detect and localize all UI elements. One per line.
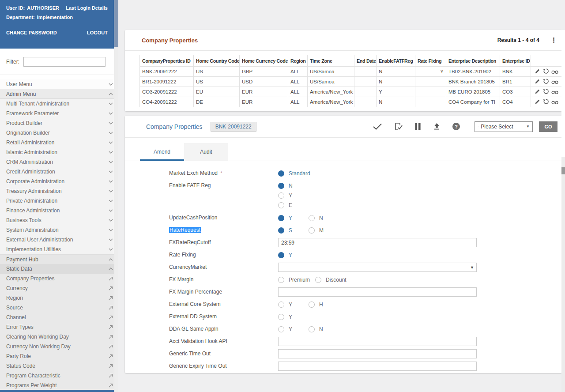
sidebar-scrollbar-thumb[interactable]	[114, 0, 118, 47]
change-password-link[interactable]: CHANGE PASSWORD	[6, 30, 57, 35]
table-cell: MB EURO 201805	[446, 87, 500, 97]
sidebar-item-treasury-administration[interactable]: Treasury Administration	[0, 186, 118, 196]
updatecashposition-option-n[interactable]: N	[309, 213, 339, 222]
filter-input[interactable]	[23, 57, 105, 67]
sidebar-item-payment-hub[interactable]: Payment Hub	[0, 254, 118, 264]
enable-fatf-reg-option-n[interactable]: N	[278, 181, 309, 190]
sidebar-item-company-properties[interactable]: Company Properties	[0, 274, 118, 283]
external-core-system-option-y[interactable]: Y	[278, 300, 309, 309]
field-label: Generic Expiry Time Out	[169, 362, 278, 369]
sidebar-item-channel[interactable]: Channel	[0, 313, 118, 322]
view-glasses-icon[interactable]	[550, 100, 559, 106]
sidebar-item-retail-administration[interactable]: Retail Administration	[0, 138, 118, 147]
radio-option-label: N	[319, 215, 328, 221]
view-glasses-icon[interactable]	[550, 90, 559, 95]
go-button[interactable]: GO	[539, 121, 557, 132]
fx-margin-option-discount[interactable]: Discount	[315, 275, 352, 284]
chevron-down-icon	[109, 151, 113, 154]
currencymarket-select[interactable]: ▼	[278, 263, 477, 272]
page-scrollbar-thumb[interactable]	[561, 167, 565, 174]
sidebar-item-crm-administration[interactable]: CRM Administration	[0, 157, 118, 167]
sidebar-item-product-builder[interactable]: Product Builder	[0, 118, 118, 128]
edit-pencil-icon[interactable]	[533, 89, 542, 95]
hold-pause-icon[interactable]	[414, 123, 421, 130]
sidebar-item-currency-non-working-day[interactable]: Currency Non Working Day	[0, 342, 118, 351]
sidebar-item-currency[interactable]: Currency	[0, 283, 118, 293]
sidebar-item-system-administration[interactable]: System Administration	[0, 225, 118, 235]
external-dd-system-option-y[interactable]: Y	[278, 312, 309, 321]
sidebar-item-credit-administration[interactable]: Credit Administration	[0, 167, 118, 177]
undo-icon[interactable]	[542, 68, 550, 75]
authorize-doc-icon[interactable]	[394, 123, 403, 131]
sidebar-item-label: Region	[6, 295, 23, 301]
sidebar-item-corporate-administration[interactable]: Corporate Administration	[0, 177, 118, 186]
sidebar-item-program-characteristic[interactable]: Program Characteristic	[0, 371, 118, 381]
column-header: EnableFATFReg	[377, 55, 415, 67]
chevron-down-icon	[109, 200, 113, 202]
sidebar-item-clearing-non-working-day[interactable]: Clearing Non Working Day	[0, 332, 118, 342]
sidebar-item-region[interactable]: Region	[0, 293, 118, 303]
rate-fixing-option-y[interactable]: Y	[278, 250, 309, 260]
raterequest-option-m[interactable]: M	[309, 226, 339, 235]
chevron-down-icon	[109, 112, 113, 115]
form-row: FX MarginPremiumDiscount	[169, 275, 562, 284]
sidebar-item-external-user-administration[interactable]: External User Administration	[0, 235, 118, 245]
sidebar-item-programs-per-weight[interactable]: Programs Per Weight	[0, 381, 118, 390]
undo-icon[interactable]	[542, 78, 550, 85]
edit-pencil-icon[interactable]	[533, 68, 542, 75]
form-row: FXRateReqCutoff	[169, 238, 562, 247]
dda-gl-same-appln-option-n[interactable]: N	[309, 324, 339, 334]
raterequest-option-s[interactable]: S	[278, 226, 309, 235]
dda-gl-same-appln-option-y[interactable]: Y	[278, 324, 309, 334]
sidebar-item-origination-builder[interactable]: Origination Builder	[0, 128, 118, 138]
enable-fatf-reg-option-e[interactable]: E	[278, 200, 309, 210]
edit-pencil-icon[interactable]	[533, 99, 542, 106]
fx-margin-percentage-input[interactable]	[278, 287, 477, 297]
action-select[interactable]: - Please Select ▼	[475, 121, 533, 132]
market-exch-method-option-standard[interactable]: Standard	[278, 169, 316, 178]
sidebar-item-status-code[interactable]: Status Code	[0, 361, 118, 371]
undo-icon[interactable]	[542, 88, 550, 95]
generic-expiry-time-out-input[interactable]	[278, 362, 477, 371]
sidebar-item-islamic-administration[interactable]: Islamic Administration	[0, 147, 118, 157]
view-glasses-icon[interactable]	[550, 79, 559, 85]
sidebar-item-user-menu[interactable]: User Menu	[0, 79, 118, 89]
sidebar-item-business-tools[interactable]: Business Tools	[0, 215, 118, 225]
page-scrollbar[interactable]	[561, 157, 565, 392]
fx-margin-option-premium[interactable]: Premium	[278, 275, 315, 284]
sidebar-item-framework-parameter[interactable]: Framework Parameter	[0, 109, 118, 118]
tab-audit[interactable]: Audit	[184, 143, 228, 161]
fxratereqcutoff-input[interactable]	[278, 238, 477, 247]
sidebar-item-admin-menu[interactable]: Admin Menu	[0, 89, 118, 99]
acct-validation-hook-api-input[interactable]	[278, 337, 477, 346]
sidebar-item-label: Currency Non Working Day	[6, 343, 71, 350]
generic-time-out-input[interactable]	[278, 349, 477, 358]
sidebar-item-multi-tenant-administration[interactable]: Multi Tenant Administration	[0, 99, 118, 109]
help-icon[interactable]: ?	[452, 123, 460, 130]
external-core-system-option-h[interactable]: H	[309, 300, 339, 309]
sidebar-item-implementation-utilities[interactable]: Implementation Utilities	[0, 245, 118, 254]
column-header: Home Currency Code	[240, 55, 288, 67]
last-login-details-link[interactable]: Last Login Details	[66, 5, 108, 11]
sidebar-item-source[interactable]: Source	[0, 303, 118, 313]
sidebar-item-error-types[interactable]: Error Types	[0, 322, 118, 332]
results-count: Results 1 - 4 of 4	[497, 37, 539, 43]
sidebar-item-private-administration[interactable]: Private Administration	[0, 196, 118, 206]
approve-check-icon[interactable]	[373, 123, 382, 130]
undo-icon[interactable]	[542, 98, 550, 106]
tab-amend[interactable]: Amend	[140, 143, 184, 161]
kebab-menu-icon[interactable]: ⋮	[549, 36, 558, 44]
launch-icon	[108, 373, 113, 378]
view-glasses-icon[interactable]	[550, 69, 559, 75]
upload-icon[interactable]	[433, 123, 441, 130]
field-label: CurrencyMarket	[169, 263, 278, 270]
sidebar-item-finance-administration[interactable]: Finance Administration	[0, 206, 118, 215]
updatecashposition-option-y[interactable]: Y	[278, 213, 309, 222]
sidebar-item-static-data[interactable]: Static Data	[0, 264, 118, 274]
enable-fatf-reg-option-y[interactable]: Y	[278, 191, 309, 200]
edit-pencil-icon[interactable]	[533, 79, 542, 85]
logout-link[interactable]: LOGOUT	[87, 30, 108, 35]
sidebar-item-party-role[interactable]: Party Role	[0, 351, 118, 361]
sidebar-item-label: System Administration	[6, 227, 59, 233]
sidebar-scrollbar[interactable]	[114, 0, 118, 392]
